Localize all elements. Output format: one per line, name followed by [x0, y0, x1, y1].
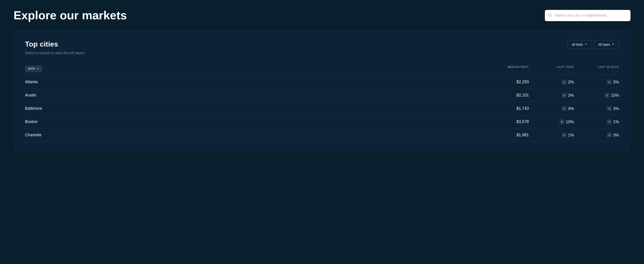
search-container	[545, 10, 630, 21]
last-year-header: Last Year	[529, 65, 574, 72]
arrow-up-icon	[607, 120, 612, 124]
city-sort-button[interactable]: City	[25, 65, 42, 72]
arrow-down-icon	[562, 93, 567, 98]
arrow-down-icon	[607, 133, 612, 138]
last-30-change: 3%	[574, 106, 619, 111]
last-year-pct: 2%	[568, 80, 574, 85]
median-rent-value: $1,743	[484, 106, 529, 111]
last-30-change: 1%	[574, 120, 619, 124]
last-30-change: 15%	[574, 93, 619, 98]
card-title-area: Top cities	[25, 40, 58, 48]
top-cities-card: Top cities All beds All types	[14, 31, 630, 151]
last-30-days-header: Last 30 Days	[574, 65, 619, 72]
table-row[interactable]: Charlotte $1,981 1% 3%	[25, 129, 619, 142]
search-input[interactable]	[545, 10, 630, 21]
page-header: Explore our markets	[14, 9, 630, 22]
last-30-pct: 15%	[611, 93, 619, 98]
last-year-change: 10%	[529, 120, 574, 124]
arrow-down-icon	[604, 93, 610, 98]
last-year-change: 3%	[529, 93, 574, 98]
all-types-label: All types	[598, 43, 610, 46]
table-row[interactable]: Baltimore $1,743 4% 3%	[25, 102, 619, 115]
city-header-label: City	[28, 67, 35, 70]
last-year-change: 4%	[529, 106, 574, 111]
chevron-down-icon-2	[612, 42, 615, 46]
all-types-filter[interactable]: All types	[594, 40, 619, 49]
card-header: Top cities All beds All types	[25, 40, 619, 49]
last-30-pct: 3%	[613, 80, 619, 85]
last-year-pct: 4%	[568, 106, 574, 111]
arrow-up-icon	[560, 120, 564, 124]
city-name: Atlanta	[25, 80, 484, 85]
median-rent-value: $2,293	[484, 80, 529, 85]
table-header: City Median Rent Last Year Last 30 Days	[25, 63, 619, 75]
search-icon	[548, 13, 552, 18]
card-title: Top cities	[25, 40, 58, 48]
arrow-down-icon	[562, 133, 567, 138]
last-30-change: 3%	[574, 133, 619, 138]
city-name: Austin	[25, 93, 484, 98]
city-column-header: City	[25, 65, 484, 72]
chevron-down-icon	[584, 42, 588, 46]
city-name: Boston	[25, 120, 484, 124]
last-30-pct: 3%	[613, 106, 619, 111]
last-30-change: 3%	[574, 80, 619, 85]
last-30-pct: 1%	[613, 120, 619, 124]
last-year-pct: 1%	[568, 133, 574, 138]
median-rent-value: $1,981	[484, 133, 529, 138]
median-rent-value: $3,578	[484, 120, 529, 124]
filter-buttons: All beds All types	[568, 40, 619, 49]
table-body: Atlanta $2,293 2% 3% Austin $2,101 3% 15…	[25, 76, 619, 142]
city-name: Charlotte	[25, 133, 484, 138]
last-year-change: 1%	[529, 133, 574, 138]
table-row[interactable]: Atlanta $2,293 2% 3%	[25, 76, 619, 89]
last-year-pct: 3%	[568, 93, 574, 98]
cities-table: City Median Rent Last Year Last 30 Days …	[25, 63, 619, 142]
arrow-down-icon	[607, 106, 612, 111]
city-name: Baltimore	[25, 106, 484, 111]
median-rent-value: $2,101	[484, 93, 529, 98]
last-year-pct: 10%	[566, 120, 574, 124]
arrow-up-icon	[562, 106, 567, 111]
arrow-down-icon	[562, 80, 567, 85]
all-beds-filter[interactable]: All beds	[568, 40, 592, 49]
card-subtitle: Select a market to view the full report.	[25, 51, 619, 55]
arrow-down-icon	[607, 80, 612, 85]
svg-line-1	[551, 16, 552, 16]
table-row[interactable]: Boston $3,578 10% 1%	[25, 115, 619, 129]
all-beds-label: All beds	[572, 43, 583, 46]
last-year-change: 2%	[529, 80, 574, 85]
last-30-pct: 3%	[613, 133, 619, 138]
median-rent-header: Median Rent	[484, 65, 529, 72]
page-title: Explore our markets	[14, 9, 127, 22]
table-row[interactable]: Austin $2,101 3% 15%	[25, 89, 619, 102]
